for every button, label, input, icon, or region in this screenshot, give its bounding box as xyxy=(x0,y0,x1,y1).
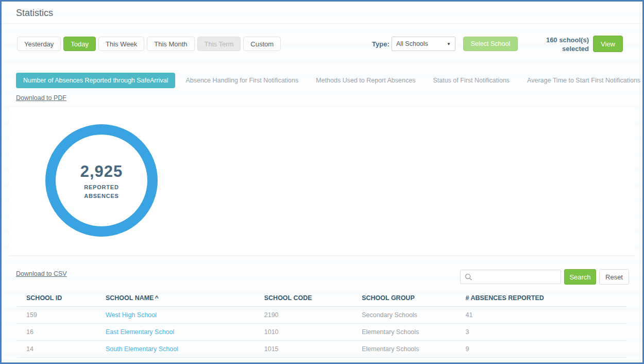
stat-tabs: Number of Absences Reported through Safe… xyxy=(16,73,632,88)
cell-absences: 3 xyxy=(456,324,627,341)
school-link[interactable]: East Elementary School xyxy=(106,328,174,336)
cell-absences: 9 xyxy=(456,341,627,358)
section-divider xyxy=(9,255,635,256)
tab-number-of-absences[interactable]: Number of Absences Reported through Safe… xyxy=(16,73,175,88)
school-type-selected-value: All Schools xyxy=(396,40,428,47)
header-school-code[interactable]: SCHOOL CODE xyxy=(255,290,352,307)
sort-ascending-icon: ^ xyxy=(155,294,158,302)
table-search-box xyxy=(460,270,561,284)
selected-schools-count: 160 school(s) selected xyxy=(533,36,589,53)
schools-table: SCHOOL ID SCHOOL NAME^ SCHOOL CODE SCHOO… xyxy=(17,290,627,358)
cell-school-group: Elementary Schools xyxy=(352,341,456,358)
select-school-button[interactable]: Select School xyxy=(463,37,518,51)
range-button-this-week[interactable]: This Week xyxy=(98,37,144,51)
table-header-row: SCHOOL ID SCHOOL NAME^ SCHOOL CODE SCHOO… xyxy=(17,290,627,307)
school-link[interactable]: South Elementary School xyxy=(106,345,178,353)
cell-school-group: Secondary Schools xyxy=(352,307,456,324)
tab-methods-used[interactable]: Methods Used to Report Absences xyxy=(309,73,422,88)
download-csv-link[interactable]: Download to CSV xyxy=(16,270,67,277)
table-row: 14 South Elementary School 1015 Elementa… xyxy=(17,341,627,358)
range-button-custom[interactable]: Custom xyxy=(243,37,281,51)
cell-school-name: South Elementary School xyxy=(96,341,255,358)
search-button[interactable]: Search xyxy=(564,269,596,285)
page-title: Statistics xyxy=(16,8,53,19)
tab-absence-handling[interactable]: Absence Handling for First Notifications xyxy=(178,73,306,88)
reported-absences-value: 2,925 xyxy=(80,162,123,181)
view-button[interactable]: View xyxy=(593,36,623,52)
range-button-today[interactable]: Today xyxy=(63,37,96,51)
title-divider xyxy=(2,23,642,24)
tab-average-time[interactable]: Average Time to Start First Notification… xyxy=(520,73,644,88)
reported-absences-label-2: ABSENCES xyxy=(84,193,119,199)
table-row: 16 East Elementary School 1010 Elementar… xyxy=(17,324,627,341)
range-button-this-month[interactable]: This Month xyxy=(147,37,194,51)
chart-panel: 2,925 REPORTED ABSENCES xyxy=(9,107,635,253)
tab-status-first-notifications[interactable]: Status of First Notifications xyxy=(426,73,517,88)
type-label: Type: xyxy=(372,40,389,48)
cell-school-name: West High School xyxy=(96,307,255,324)
range-button-yesterday[interactable]: Yesterday xyxy=(17,37,61,51)
header-school-name[interactable]: SCHOOL NAME^ xyxy=(96,290,255,307)
search-icon xyxy=(465,273,472,281)
statistics-page: Statistics Yesterday Today This Week Thi… xyxy=(0,0,644,364)
cell-school-code: 2190 xyxy=(255,307,352,324)
search-input[interactable] xyxy=(476,273,556,281)
cell-school-id: 159 xyxy=(17,307,96,324)
reported-absences-ring: 2,925 REPORTED ABSENCES xyxy=(45,124,158,237)
header-school-id[interactable]: SCHOOL ID xyxy=(17,290,96,307)
table-row: 159 West High School 2190 Secondary Scho… xyxy=(17,307,627,324)
chevron-down-icon: ▼ xyxy=(447,42,451,46)
cell-school-id: 14 xyxy=(17,341,96,358)
cell-school-id: 16 xyxy=(17,324,96,341)
header-absences-reported[interactable]: # ABSENCES REPORTED xyxy=(456,290,627,307)
reset-button[interactable]: Reset xyxy=(599,269,629,285)
header-school-group[interactable]: SCHOOL GROUP xyxy=(352,290,456,307)
cell-school-group: Elementary Schools xyxy=(352,324,456,341)
range-button-this-term: This Term xyxy=(197,37,241,51)
school-type-dropdown[interactable]: All Schools ▼ xyxy=(392,37,455,51)
cell-school-code: 1010 xyxy=(255,324,352,341)
cell-school-name: East Elementary School xyxy=(96,324,255,341)
reported-absences-label-1: REPORTED xyxy=(84,184,119,190)
date-range-button-group: Yesterday Today This Week This Month Thi… xyxy=(17,37,281,51)
download-pdf-link[interactable]: Download to PDF xyxy=(16,94,66,102)
school-link[interactable]: West High School xyxy=(106,311,157,319)
cell-school-code: 1015 xyxy=(255,341,352,358)
cell-absences: 41 xyxy=(456,307,627,324)
